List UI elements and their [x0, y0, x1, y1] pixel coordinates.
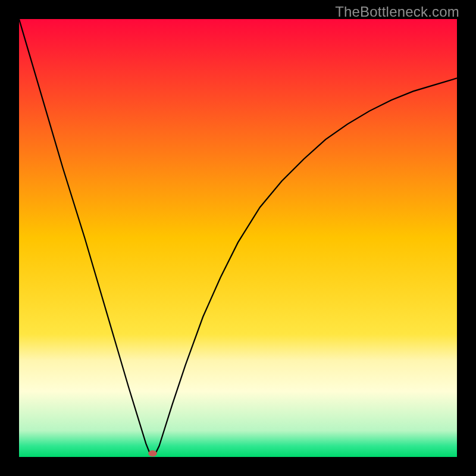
optimum-marker: [148, 450, 157, 457]
watermark-text: TheBottleneck.com: [335, 4, 459, 20]
chart-frame: TheBottleneck.com: [0, 0, 476, 476]
plot-area: [19, 19, 457, 457]
chart-svg: [19, 19, 457, 457]
